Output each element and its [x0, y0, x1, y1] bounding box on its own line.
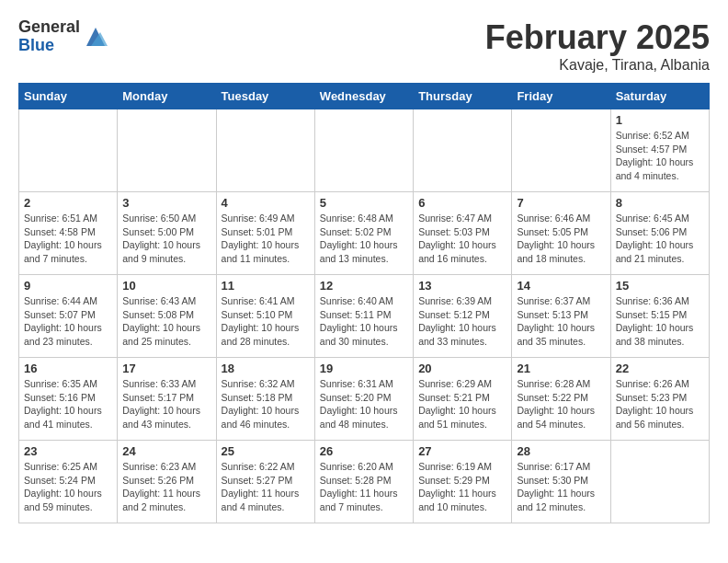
day-header-friday: Friday: [512, 84, 610, 109]
day-number: 19: [320, 362, 408, 375]
day-number: 14: [517, 279, 605, 293]
day-number: 18: [222, 362, 310, 375]
day-header-tuesday: Tuesday: [216, 84, 314, 109]
calendar-cell: [216, 109, 314, 192]
header-row: SundayMondayTuesdayWednesdayThursdayFrid…: [19, 84, 710, 109]
calendar-cell: 18Sunrise: 6:32 AM Sunset: 5:18 PM Dayli…: [216, 358, 314, 441]
calendar-cell: [19, 109, 118, 192]
calendar-cell: 27Sunrise: 6:19 AM Sunset: 5:29 PM Dayli…: [414, 441, 512, 523]
day-number: 5: [320, 196, 408, 210]
page-header: General Blue February 2025 Kavaje, Tiran…: [18, 18, 710, 74]
calendar-cell: 11Sunrise: 6:41 AM Sunset: 5:10 PM Dayli…: [216, 275, 314, 358]
logo-blue: Blue: [18, 37, 80, 55]
calendar-cell: 14Sunrise: 6:37 AM Sunset: 5:13 PM Dayli…: [512, 275, 610, 358]
week-row-5: 23Sunrise: 6:25 AM Sunset: 5:24 PM Dayli…: [19, 441, 710, 523]
day-number: 28: [517, 444, 605, 458]
logo-general: General: [18, 18, 80, 37]
day-header-monday: Monday: [118, 84, 216, 109]
day-info: Sunrise: 6:32 AM Sunset: 5:18 PM Dayligh…: [222, 377, 310, 431]
calendar-cell: 21Sunrise: 6:28 AM Sunset: 5:22 PM Dayli…: [512, 358, 610, 441]
day-number: 9: [24, 279, 112, 293]
calendar-cell: [610, 441, 709, 523]
calendar-cell: 12Sunrise: 6:40 AM Sunset: 5:11 PM Dayli…: [314, 275, 413, 358]
calendar-cell: 7Sunrise: 6:46 AM Sunset: 5:05 PM Daylig…: [512, 192, 610, 275]
day-info: Sunrise: 6:43 AM Sunset: 5:08 PM Dayligh…: [122, 294, 210, 349]
calendar-cell: 2Sunrise: 6:51 AM Sunset: 4:58 PM Daylig…: [19, 192, 118, 275]
week-row-2: 2Sunrise: 6:51 AM Sunset: 4:58 PM Daylig…: [19, 192, 710, 275]
week-row-4: 16Sunrise: 6:35 AM Sunset: 5:16 PM Dayli…: [19, 358, 710, 441]
calendar-cell: 8Sunrise: 6:45 AM Sunset: 5:06 PM Daylig…: [610, 192, 709, 275]
day-number: 21: [517, 362, 605, 375]
day-number: 2: [24, 196, 112, 210]
day-number: 4: [222, 196, 310, 210]
day-info: Sunrise: 6:26 AM Sunset: 5:23 PM Dayligh…: [616, 377, 704, 431]
logo: General Blue: [18, 18, 109, 55]
location-title: Kavaje, Tirana, Albania: [485, 57, 710, 74]
day-header-saturday: Saturday: [610, 84, 709, 109]
day-info: Sunrise: 6:39 AM Sunset: 5:12 PM Dayligh…: [418, 294, 506, 349]
day-header-wednesday: Wednesday: [314, 84, 413, 109]
day-info: Sunrise: 6:33 AM Sunset: 5:17 PM Dayligh…: [122, 377, 210, 431]
day-info: Sunrise: 6:40 AM Sunset: 5:11 PM Dayligh…: [320, 294, 408, 349]
day-info: Sunrise: 6:19 AM Sunset: 5:29 PM Dayligh…: [418, 460, 506, 514]
calendar-cell: 20Sunrise: 6:29 AM Sunset: 5:21 PM Dayli…: [414, 358, 512, 441]
day-info: Sunrise: 6:37 AM Sunset: 5:13 PM Dayligh…: [517, 294, 605, 349]
day-number: 10: [122, 279, 210, 293]
calendar-cell: 28Sunrise: 6:17 AM Sunset: 5:30 PM Dayli…: [512, 441, 610, 523]
day-number: 3: [122, 196, 210, 210]
day-info: Sunrise: 6:17 AM Sunset: 5:30 PM Dayligh…: [517, 460, 605, 514]
calendar-cell: 6Sunrise: 6:47 AM Sunset: 5:03 PM Daylig…: [414, 192, 512, 275]
day-number: 6: [418, 196, 506, 210]
day-number: 23: [24, 444, 112, 458]
calendar-cell: 4Sunrise: 6:49 AM Sunset: 5:01 PM Daylig…: [216, 192, 314, 275]
day-number: 8: [616, 196, 704, 210]
day-info: Sunrise: 6:31 AM Sunset: 5:20 PM Dayligh…: [320, 377, 408, 431]
calendar-cell: [118, 109, 216, 192]
calendar-cell: 24Sunrise: 6:23 AM Sunset: 5:26 PM Dayli…: [118, 441, 216, 523]
day-number: 27: [418, 444, 506, 458]
calendar-cell: [314, 109, 413, 192]
logo-icon: [82, 23, 109, 51]
day-number: 13: [418, 279, 506, 293]
day-info: Sunrise: 6:22 AM Sunset: 5:27 PM Dayligh…: [222, 460, 310, 514]
day-info: Sunrise: 6:23 AM Sunset: 5:26 PM Dayligh…: [122, 460, 210, 514]
day-number: 24: [122, 444, 210, 458]
day-info: Sunrise: 6:35 AM Sunset: 5:16 PM Dayligh…: [24, 377, 112, 431]
day-info: Sunrise: 6:36 AM Sunset: 5:15 PM Dayligh…: [616, 294, 704, 349]
day-info: Sunrise: 6:44 AM Sunset: 5:07 PM Dayligh…: [24, 294, 112, 349]
calendar-cell: 15Sunrise: 6:36 AM Sunset: 5:15 PM Dayli…: [610, 275, 709, 358]
day-info: Sunrise: 6:29 AM Sunset: 5:21 PM Dayligh…: [418, 377, 506, 431]
calendar-cell: 17Sunrise: 6:33 AM Sunset: 5:17 PM Dayli…: [118, 358, 216, 441]
day-info: Sunrise: 6:25 AM Sunset: 5:24 PM Dayligh…: [24, 460, 112, 514]
calendar-cell: 9Sunrise: 6:44 AM Sunset: 5:07 PM Daylig…: [19, 275, 118, 358]
day-number: 11: [222, 279, 310, 293]
day-number: 7: [517, 196, 605, 210]
calendar-cell: 25Sunrise: 6:22 AM Sunset: 5:27 PM Dayli…: [216, 441, 314, 523]
calendar-cell: 10Sunrise: 6:43 AM Sunset: 5:08 PM Dayli…: [118, 275, 216, 358]
month-title: February 2025: [485, 18, 710, 57]
day-info: Sunrise: 6:49 AM Sunset: 5:01 PM Dayligh…: [222, 212, 310, 266]
calendar-cell: [414, 109, 512, 192]
calendar-cell: 1Sunrise: 6:52 AM Sunset: 4:57 PM Daylig…: [610, 109, 709, 192]
calendar-cell: 26Sunrise: 6:20 AM Sunset: 5:28 PM Dayli…: [314, 441, 413, 523]
day-info: Sunrise: 6:51 AM Sunset: 4:58 PM Dayligh…: [24, 212, 112, 266]
day-number: 17: [122, 362, 210, 375]
day-info: Sunrise: 6:41 AM Sunset: 5:10 PM Dayligh…: [222, 294, 310, 349]
week-row-1: 1Sunrise: 6:52 AM Sunset: 4:57 PM Daylig…: [19, 109, 710, 192]
calendar-cell: 22Sunrise: 6:26 AM Sunset: 5:23 PM Dayli…: [610, 358, 709, 441]
day-number: 15: [616, 279, 704, 293]
day-number: 12: [320, 279, 408, 293]
day-info: Sunrise: 6:50 AM Sunset: 5:00 PM Dayligh…: [122, 212, 210, 266]
day-info: Sunrise: 6:48 AM Sunset: 5:02 PM Dayligh…: [320, 212, 408, 266]
day-info: Sunrise: 6:46 AM Sunset: 5:05 PM Dayligh…: [517, 212, 605, 266]
day-info: Sunrise: 6:28 AM Sunset: 5:22 PM Dayligh…: [517, 377, 605, 431]
day-number: 20: [418, 362, 506, 375]
calendar-cell: 5Sunrise: 6:48 AM Sunset: 5:02 PM Daylig…: [314, 192, 413, 275]
day-info: Sunrise: 6:45 AM Sunset: 5:06 PM Dayligh…: [616, 212, 704, 266]
calendar-cell: 19Sunrise: 6:31 AM Sunset: 5:20 PM Dayli…: [314, 358, 413, 441]
day-info: Sunrise: 6:20 AM Sunset: 5:28 PM Dayligh…: [320, 460, 408, 514]
day-info: Sunrise: 6:47 AM Sunset: 5:03 PM Dayligh…: [418, 212, 506, 266]
day-number: 26: [320, 444, 408, 458]
calendar-table: SundayMondayTuesdayWednesdayThursdayFrid…: [18, 83, 710, 523]
day-info: Sunrise: 6:52 AM Sunset: 4:57 PM Dayligh…: [616, 129, 704, 183]
